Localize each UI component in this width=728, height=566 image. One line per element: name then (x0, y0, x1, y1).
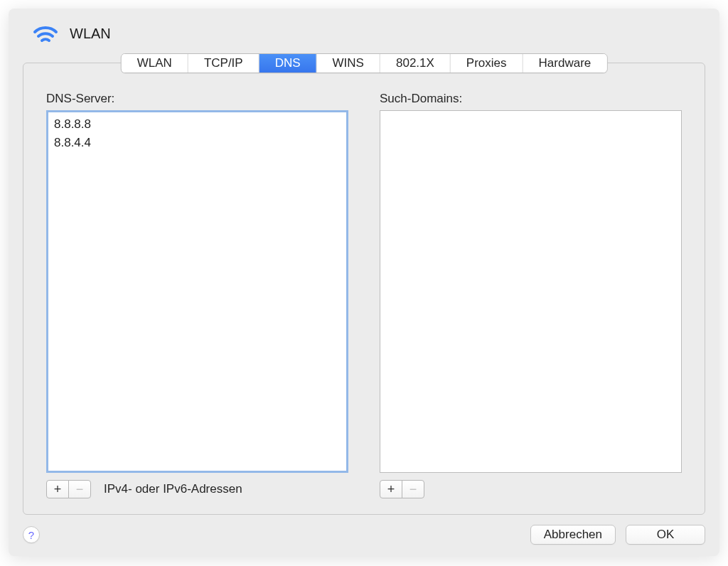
dns-add-button[interactable]: + (46, 480, 69, 498)
tab-proxies[interactable]: Proxies (451, 54, 523, 73)
tab-bar: WLAN TCP/IP DNS WINS 802.1X Proxies Hard… (121, 53, 608, 73)
dns-server-label: DNS-Server: (46, 92, 348, 106)
plus-icon: + (387, 482, 395, 497)
ok-button[interactable]: OK (626, 525, 705, 545)
tab-dns[interactable]: DNS (259, 54, 317, 73)
tab-wins[interactable]: WINS (317, 54, 380, 73)
search-add-remove: + − (380, 480, 424, 498)
dns-server-list[interactable]: 8.8.8.8 8.8.4.4 (46, 110, 348, 473)
wifi-icon (30, 21, 61, 46)
minus-icon: − (410, 482, 417, 497)
tab-tcpip[interactable]: TCP/IP (188, 54, 259, 73)
search-domains-column: Such-Domains: + − (380, 92, 682, 498)
search-add-button[interactable]: + (380, 480, 402, 498)
search-remove-button[interactable]: − (402, 480, 424, 498)
search-domains-label: Such-Domains: (380, 92, 682, 106)
panel-wrap: WLAN TCP/IP DNS WINS 802.1X Proxies Hard… (23, 63, 705, 515)
dns-column: DNS-Server: 8.8.8.8 8.8.4.4 + − (46, 92, 348, 498)
plus-icon: + (54, 482, 62, 497)
tab-8021x[interactable]: 802.1X (380, 54, 451, 73)
tab-hardware[interactable]: Hardware (523, 54, 607, 73)
minus-icon: − (76, 482, 84, 497)
tab-wlan[interactable]: WLAN (122, 54, 188, 73)
search-domains-list[interactable] (380, 110, 682, 473)
dns-hint: IPv4- oder IPv6-Adressen (104, 482, 242, 496)
list-item[interactable]: 8.8.4.4 (54, 134, 341, 152)
header-title: WLAN (70, 26, 111, 42)
cancel-button[interactable]: Abbrechen (530, 525, 616, 545)
network-advanced-window: WLAN WLAN TCP/IP DNS WINS 802.1X Proxies… (9, 9, 719, 556)
dns-add-remove: + − (46, 480, 91, 498)
dns-remove-button[interactable]: − (68, 480, 91, 498)
help-icon: ? (28, 529, 34, 541)
help-button[interactable]: ? (23, 526, 40, 543)
settings-panel: DNS-Server: 8.8.8.8 8.8.4.4 + − (23, 63, 705, 515)
list-item[interactable]: 8.8.8.8 (54, 115, 341, 134)
footer: ? Abbrechen OK (9, 515, 719, 556)
header: WLAN (9, 9, 719, 48)
